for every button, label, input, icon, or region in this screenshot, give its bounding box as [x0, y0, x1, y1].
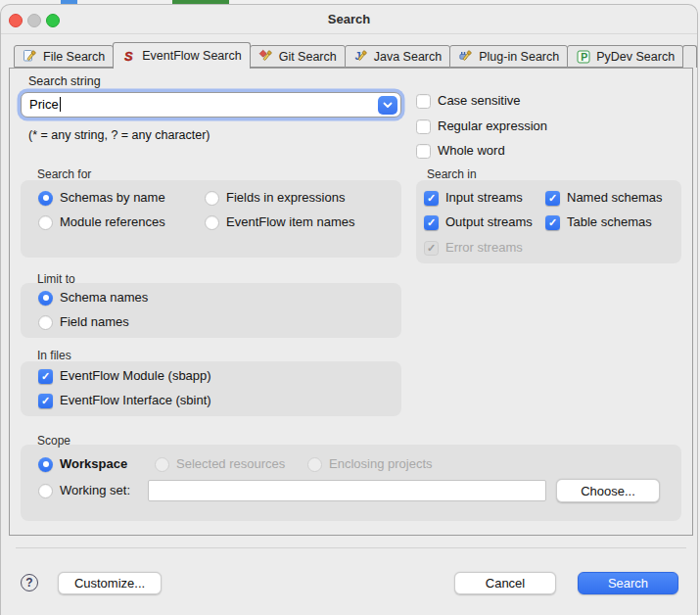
limit-to-caption: Limit to [37, 272, 75, 286]
checkbox-eventflow-module[interactable]: ✓ EventFlow Module (sbapp) [38, 368, 211, 384]
scope-caption: Scope [37, 434, 70, 448]
tab-label: Git Search [279, 50, 337, 64]
checkbox-case-sensitive[interactable]: Case sensitive [416, 93, 521, 109]
checkbox-input-streams[interactable]: ✓ Input streams [424, 190, 523, 206]
java-search-icon: J [353, 49, 369, 65]
checkbox-named-schemas[interactable]: ✓ Named schemas [545, 190, 663, 206]
text-caret [60, 97, 61, 112]
radio-icon [38, 484, 53, 498]
checkbox-icon: ✓ [424, 191, 439, 206]
radio-enclosing-projects: Enclosing projects [307, 456, 433, 472]
combo-dropdown-button[interactable] [378, 96, 397, 115]
checkbox-icon: ✓ [424, 241, 439, 256]
checkbox-regular-expression[interactable]: Regular expression [416, 118, 547, 134]
tab-bar: File Search S EventFlow Search Git Searc… [15, 42, 697, 69]
radio-icon [307, 457, 322, 472]
in-files-caption: In files [37, 349, 71, 362]
radio-workspace[interactable]: Workspace [38, 456, 127, 472]
radio-module-references[interactable]: Module references [38, 214, 165, 230]
checkbox-eventflow-interface[interactable]: ✓ EventFlow Interface (sbint) [38, 393, 211, 408]
checkbox-icon: ✓ [38, 369, 53, 384]
tab-label: PyDev Search [596, 50, 675, 64]
tab-file-search[interactable]: File Search [14, 45, 114, 68]
checkbox-icon [416, 94, 431, 109]
radio-icon [155, 457, 169, 472]
working-set-input[interactable] [148, 480, 546, 501]
search-button[interactable]: Search [578, 572, 678, 594]
checkbox-icon: ✓ [424, 215, 439, 230]
footer-separator [16, 547, 686, 548]
tab-pydev-search[interactable]: P PyDev Search [567, 45, 683, 68]
radio-icon [38, 215, 53, 230]
search-dialog: Search File Search S EventFlow Search [0, 4, 698, 615]
customize-button[interactable]: Customize... [58, 572, 162, 594]
tab-java-search[interactable]: J Java Search [345, 45, 450, 68]
checkbox-icon [416, 119, 431, 134]
radio-icon [38, 191, 53, 206]
search-string-value: Price [29, 97, 61, 112]
radio-icon [205, 215, 219, 230]
window-title: Search [1, 5, 697, 33]
search-in-caption: Search in [427, 167, 477, 181]
checkbox-table-schemas[interactable]: ✓ Table schemas [545, 214, 652, 230]
search-for-caption: Search for [37, 167, 91, 181]
checkbox-icon: ✓ [545, 215, 560, 230]
tab-label: Java Search [374, 50, 442, 64]
radio-icon [38, 457, 53, 472]
pydev-icon: P [576, 49, 591, 65]
tab-eventflow-search[interactable]: S EventFlow Search [113, 42, 250, 69]
plugin-search-icon [458, 49, 474, 65]
tab-git-search[interactable]: Git Search [250, 45, 346, 68]
checkbox-error-streams: ✓ Error streams [424, 240, 523, 256]
eventflow-icon: S [121, 48, 137, 64]
tab-label: EventFlow Search [142, 49, 241, 63]
chevron-down-icon [383, 102, 393, 109]
radio-icon [38, 291, 53, 306]
cancel-button[interactable]: Cancel [454, 572, 556, 594]
search-string-combo[interactable]: Price [21, 92, 401, 118]
tab-stub [682, 45, 697, 68]
help-button[interactable]: ? [21, 574, 38, 591]
tab-label: File Search [43, 50, 105, 64]
checkbox-whole-word[interactable]: Whole word [416, 143, 505, 159]
tab-label: Plug-in Search [479, 50, 559, 64]
radio-field-names[interactable]: Field names [38, 314, 129, 330]
svg-text:P: P [581, 51, 587, 63]
svg-text:S: S [124, 49, 133, 64]
radio-fields-in-expressions[interactable]: Fields in expressions [205, 190, 345, 206]
titlebar: Search [1, 5, 697, 34]
wildcard-hint: (* = any string, ? = any character) [28, 128, 210, 142]
radio-eventflow-item-names[interactable]: EventFlow item names [205, 214, 355, 230]
git-search-icon [258, 49, 274, 65]
radio-working-set[interactable]: Working set: [38, 483, 130, 498]
checkbox-output-streams[interactable]: ✓ Output streams [424, 214, 533, 230]
radio-schema-names[interactable]: Schema names [38, 290, 148, 306]
choose-button[interactable]: Choose... [556, 479, 660, 502]
search-string-label: Search string [28, 74, 101, 88]
tab-plugin-search[interactable]: Plug-in Search [449, 45, 568, 68]
radio-schemas-by-name[interactable]: Schemas by name [38, 190, 165, 206]
checkbox-icon: ✓ [38, 394, 53, 408]
file-search-icon [23, 49, 38, 65]
checkbox-icon [416, 144, 431, 159]
radio-selected-resources: Selected resources [155, 456, 285, 472]
radio-icon [205, 191, 219, 206]
radio-icon [38, 315, 53, 330]
checkbox-icon: ✓ [545, 191, 560, 206]
